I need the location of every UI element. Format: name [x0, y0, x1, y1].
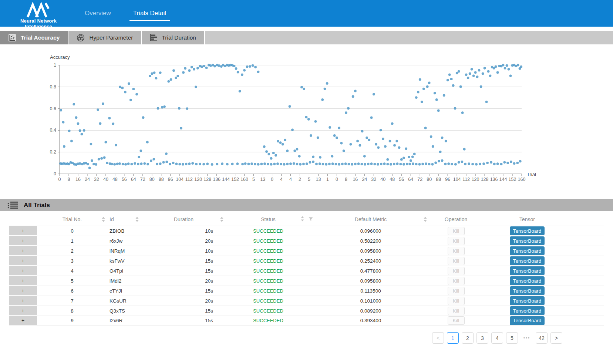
default-metric-cell: 0.095800: [318, 276, 429, 286]
tensorboard-button[interactable]: TensorBoard: [510, 286, 545, 295]
sort-icon[interactable]: [220, 217, 223, 222]
expand-row-button[interactable]: +: [9, 306, 37, 316]
tensor-cell: TensorBoard: [483, 256, 604, 266]
nav-overview[interactable]: Overview: [84, 7, 112, 19]
expand-row-button[interactable]: +: [9, 226, 37, 236]
tensorboard-button[interactable]: TensorBoard: [510, 236, 545, 245]
trial-accuracy-chart[interactable]: 00.20.40.60.8108162432404856647280889610…: [44, 52, 540, 189]
svg-text:80: 80: [427, 177, 432, 182]
nni-logo-icon: [26, 2, 51, 18]
tensorboard-button[interactable]: TensorBoard: [510, 246, 545, 255]
tensorboard-button[interactable]: TensorBoard: [510, 306, 545, 315]
sort-icon[interactable]: [424, 217, 427, 222]
kill-button[interactable]: Kill: [448, 237, 465, 245]
pagination-page-42[interactable]: 42: [536, 332, 548, 344]
expand-row-button[interactable]: +: [9, 276, 37, 286]
table-row: +3ksFwV15sSUCCEEDED0.252400KillTensorBoa…: [9, 256, 604, 266]
tab-hyper-parameter[interactable]: Hyper Parameter: [68, 31, 142, 44]
kill-button[interactable]: Kill: [448, 247, 465, 255]
filter-icon[interactable]: [309, 216, 313, 222]
operation-cell: Kill: [429, 246, 483, 256]
svg-text:72: 72: [140, 177, 145, 182]
kill-button[interactable]: Kill: [448, 257, 465, 265]
top-nav: Overview Trials Detail: [84, 0, 167, 27]
svg-text:16: 16: [75, 177, 81, 182]
chart-tab-bar: Trial Accuracy Hyper Parameter Trial Dur…: [0, 31, 613, 44]
kill-button[interactable]: Kill: [448, 227, 465, 235]
kill-button[interactable]: Kill: [448, 297, 465, 305]
header-default-metric[interactable]: Default Metric: [318, 213, 429, 226]
duration-cell: 15s: [174, 286, 226, 296]
duration-cell: 15s: [174, 306, 226, 316]
header-trial-no[interactable]: Trial No.: [37, 213, 107, 226]
tensorboard-button[interactable]: TensorBoard: [510, 296, 545, 305]
header-id[interactable]: Id: [107, 213, 174, 226]
expand-row-button[interactable]: +: [9, 256, 37, 266]
svg-text:40: 40: [380, 177, 385, 182]
tensorboard-button[interactable]: TensorBoard: [510, 266, 545, 275]
trial-no-cell: 4: [37, 266, 107, 276]
trial-no-cell: 5: [37, 276, 107, 286]
kill-button[interactable]: Kill: [448, 267, 465, 275]
default-metric-cell: 0.096000: [318, 226, 429, 236]
expand-row-button[interactable]: +: [9, 246, 37, 256]
expand-row-button[interactable]: +: [9, 236, 37, 246]
kill-button[interactable]: Kill: [448, 277, 465, 285]
pagination-prev[interactable]: <: [432, 332, 444, 344]
tensorboard-button[interactable]: TensorBoard: [510, 226, 545, 235]
expand-row-button[interactable]: +: [9, 296, 37, 306]
pagination-page-3[interactable]: 3: [476, 332, 488, 344]
default-metric-cell: 0.095800: [318, 246, 429, 256]
expand-row-button[interactable]: +: [9, 316, 37, 325]
sort-icon[interactable]: [301, 216, 304, 223]
header-status[interactable]: Status: [226, 213, 318, 226]
operation-cell: Kill: [429, 306, 483, 316]
table-row: +1r6xJw20sSUCCEEDED0.582200KillTensorBoa…: [9, 236, 604, 246]
operation-cell: Kill: [429, 226, 483, 236]
svg-text:32: 32: [371, 177, 376, 182]
svg-text:128: 128: [203, 177, 211, 182]
trial-id-cell: iMdi2: [107, 276, 174, 286]
status-cell: SUCCEEDED: [226, 226, 318, 236]
pagination-next[interactable]: >: [550, 332, 562, 344]
tensorboard-button[interactable]: TensorBoard: [510, 316, 545, 325]
table-row: +6cTYJI15sSUCCEEDED0.113500KillTensorBoa…: [9, 286, 604, 296]
sort-icon[interactable]: [135, 217, 139, 222]
table-row: +8Q3xTS15sSUCCEEDED0.089200KillTensorBoa…: [9, 306, 604, 316]
pagination-page-2[interactable]: 2: [462, 332, 474, 344]
operation-cell: Kill: [429, 286, 483, 296]
sort-icon[interactable]: [102, 217, 105, 222]
tensorboard-button[interactable]: TensorBoard: [510, 276, 545, 285]
tab-trial-duration[interactable]: Trial Duration: [142, 31, 205, 44]
tab-trial-accuracy[interactable]: Trial Accuracy: [0, 31, 68, 44]
nav-trials-detail[interactable]: Trials Detail: [132, 7, 167, 19]
operation-cell: Kill: [429, 276, 483, 286]
svg-text:4: 4: [280, 177, 283, 182]
trial-no-cell: 6: [37, 286, 107, 296]
pagination-page-4[interactable]: 4: [491, 332, 503, 344]
svg-text:80: 80: [149, 177, 155, 182]
default-metric-cell: 0.393400: [318, 316, 429, 325]
accuracy-scatter-canvas[interactable]: 00.20.40.60.8108162432404856647280889610…: [44, 52, 540, 189]
venn-diagram-icon: [77, 34, 85, 42]
tensorboard-button[interactable]: TensorBoard: [510, 256, 545, 265]
status-cell: SUCCEEDED: [226, 236, 318, 246]
pagination-page-5[interactable]: 5: [506, 332, 518, 344]
header-duration[interactable]: Duration: [174, 213, 226, 226]
svg-text:48: 48: [390, 177, 395, 182]
kill-button[interactable]: Kill: [448, 307, 465, 315]
svg-text:Trial: Trial: [527, 172, 536, 177]
svg-text:8: 8: [68, 177, 70, 182]
svg-text:0.6: 0.6: [50, 106, 56, 111]
table-row: +0ZBIOB10sSUCCEEDED0.096000KillTensorBoa…: [9, 226, 604, 236]
expand-row-button[interactable]: +: [9, 266, 37, 276]
svg-text:144: 144: [222, 177, 230, 182]
header-expand: [9, 213, 37, 226]
kill-button[interactable]: Kill: [448, 287, 465, 295]
expand-row-button[interactable]: +: [9, 286, 37, 296]
kill-button[interactable]: Kill: [448, 316, 465, 325]
svg-text:0.2: 0.2: [50, 149, 56, 155]
svg-text:160: 160: [240, 177, 248, 182]
trial-id-cell: I2x6R: [107, 316, 174, 325]
pagination-page-1[interactable]: 1: [447, 332, 459, 344]
